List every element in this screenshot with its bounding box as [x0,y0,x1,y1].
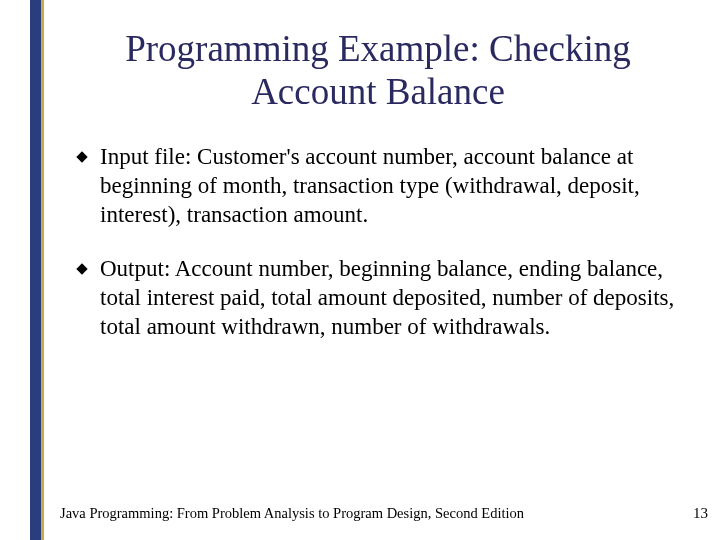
page-number: 13 [693,505,708,522]
diamond-bullet-icon [76,151,87,162]
slide-content: Programming Example: Checking Account Ba… [44,0,720,540]
bullet-list: Input file: Customer's account number, a… [60,143,696,342]
footer-text: Java Programming: From Problem Analysis … [60,505,524,522]
diamond-bullet-icon [76,264,87,275]
slide-title: Programming Example: Checking Account Ba… [60,28,696,113]
list-item-text: Input file: Customer's account number, a… [100,144,640,227]
list-item: Input file: Customer's account number, a… [76,143,696,229]
left-vertical-rail [30,0,41,540]
list-item-text: Output: Account number, beginning balanc… [100,256,674,339]
list-item: Output: Account number, beginning balanc… [76,255,696,341]
